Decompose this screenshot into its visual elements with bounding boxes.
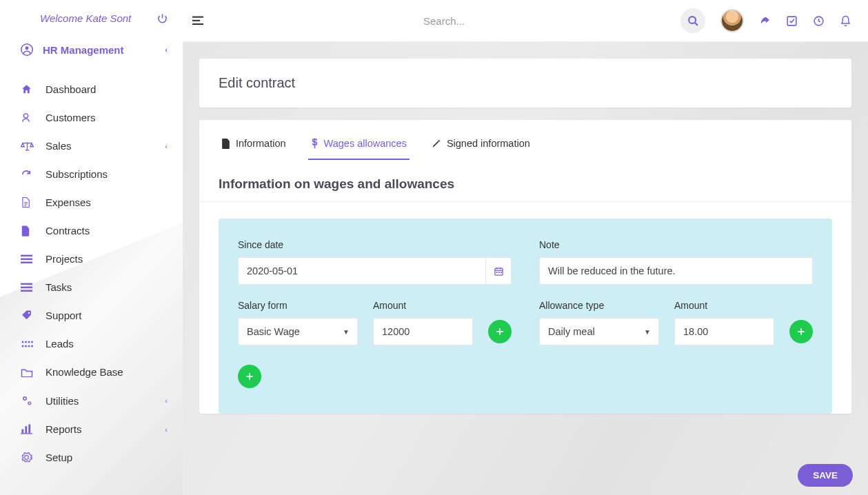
sidebar: Welcome Kate Sont HR Management ‹ Dashbo… bbox=[0, 0, 183, 495]
calendar-icon[interactable] bbox=[485, 257, 512, 285]
sidebar-item-label: Setup bbox=[46, 452, 72, 463]
chevron-left-icon: ‹ bbox=[165, 46, 168, 54]
dollar-icon bbox=[311, 138, 319, 149]
search-button[interactable] bbox=[680, 8, 705, 33]
file-icon bbox=[21, 225, 34, 236]
svg-rect-12 bbox=[21, 283, 32, 284]
page-title: Edit contract bbox=[199, 59, 851, 108]
salary-form-select[interactable] bbox=[238, 318, 358, 345]
svg-point-21 bbox=[25, 345, 27, 347]
tab-label: Signed information bbox=[447, 138, 530, 149]
menu-toggle-icon[interactable] bbox=[188, 12, 208, 30]
search-input[interactable] bbox=[341, 15, 547, 27]
main-content: Edit contract Information Wages allowanc… bbox=[183, 42, 868, 495]
scale-icon bbox=[21, 141, 34, 152]
add-row-button[interactable] bbox=[238, 365, 261, 388]
sidebar-item-label: Contracts bbox=[46, 225, 90, 236]
chevron-left-icon: ‹ bbox=[165, 425, 168, 434]
home-icon bbox=[21, 83, 34, 95]
allowance-type-select[interactable] bbox=[539, 318, 659, 345]
sidebar-item-expenses[interactable]: Expenses bbox=[0, 188, 183, 216]
svg-rect-27 bbox=[25, 426, 27, 433]
svg-rect-31 bbox=[192, 20, 200, 21]
bars-icon bbox=[21, 254, 34, 264]
svg-point-19 bbox=[31, 341, 33, 343]
svg-rect-41 bbox=[496, 272, 497, 273]
add-salary-button[interactable] bbox=[488, 320, 512, 343]
sidebar-item-subscriptions[interactable]: Subscriptions bbox=[0, 160, 183, 188]
avatar[interactable] bbox=[720, 9, 744, 32]
tab-wages-allowances[interactable]: Wages allowances bbox=[308, 132, 410, 160]
tab-information[interactable]: Information bbox=[219, 132, 289, 160]
note-input[interactable] bbox=[539, 257, 813, 285]
gears-icon bbox=[21, 394, 34, 407]
sidebar-item-label: Support bbox=[46, 310, 82, 321]
gear-icon bbox=[21, 452, 34, 463]
sidebar-item-leads[interactable]: Leads bbox=[0, 330, 183, 358]
sidebar-item-label: Projects bbox=[46, 253, 83, 265]
salary-amount-input[interactable] bbox=[373, 318, 473, 345]
svg-rect-13 bbox=[21, 286, 32, 287]
wages-panel: Since date Note Salary form bbox=[219, 219, 832, 414]
svg-point-1 bbox=[26, 46, 29, 50]
check-square-icon[interactable] bbox=[786, 15, 798, 27]
svg-point-2 bbox=[23, 114, 28, 118]
tab-label: Wages allowances bbox=[324, 138, 407, 149]
sidebar-item-label: Customers bbox=[46, 112, 96, 123]
since-date-input[interactable] bbox=[238, 257, 485, 285]
dots-icon bbox=[21, 340, 34, 348]
svg-rect-30 bbox=[192, 17, 203, 18]
svg-point-18 bbox=[28, 341, 30, 343]
bell-icon[interactable] bbox=[840, 15, 851, 27]
svg-rect-10 bbox=[21, 258, 32, 259]
allowance-type-label: Allowance type bbox=[539, 300, 659, 311]
sidebar-section-hr[interactable]: HR Management ‹ bbox=[0, 37, 183, 63]
sidebar-item-sales[interactable]: Sales‹ bbox=[0, 132, 183, 160]
sidebar-item-customers[interactable]: Customers bbox=[0, 103, 183, 132]
sidebar-item-tasks[interactable]: Tasks bbox=[0, 273, 183, 301]
power-icon[interactable] bbox=[157, 13, 168, 23]
chevron-left-icon: ‹ bbox=[165, 142, 168, 150]
doc-icon bbox=[21, 196, 34, 208]
title-card: Edit contract bbox=[199, 59, 851, 108]
svg-line-34 bbox=[694, 22, 697, 25]
sidebar-item-contracts[interactable]: Contracts bbox=[0, 216, 183, 245]
since-date-label: Since date bbox=[238, 239, 512, 250]
sidebar-item-setup[interactable]: Setup bbox=[0, 443, 183, 472]
svg-point-20 bbox=[22, 345, 24, 347]
sidebar-item-utilities[interactable]: Utilities‹ bbox=[0, 386, 183, 415]
svg-rect-43 bbox=[501, 272, 502, 273]
svg-point-16 bbox=[22, 341, 24, 343]
allowance-amount-input[interactable] bbox=[674, 318, 774, 345]
salary-amount-label: Amount bbox=[373, 300, 473, 311]
user-circle-icon bbox=[21, 43, 33, 56]
allowance-amount-label: Amount bbox=[674, 300, 774, 311]
add-allowance-button[interactable] bbox=[789, 320, 813, 343]
welcome-text: Welcome Kate Sont bbox=[40, 12, 131, 24]
svg-rect-35 bbox=[787, 17, 796, 26]
svg-rect-9 bbox=[21, 254, 32, 256]
user-icon bbox=[21, 112, 34, 123]
sidebar-section-label: HR Management bbox=[43, 44, 124, 56]
svg-point-22 bbox=[28, 345, 30, 347]
sidebar-item-dashboard[interactable]: Dashboard bbox=[0, 75, 183, 103]
tab-signed-information[interactable]: Signed information bbox=[429, 132, 533, 160]
sidebar-item-label: Utilities bbox=[46, 395, 79, 407]
file-icon bbox=[221, 139, 230, 149]
sidebar-item-reports[interactable]: Reports‹ bbox=[0, 415, 183, 443]
sidebar-item-label: Reports bbox=[46, 423, 82, 435]
sidebar-item-support[interactable]: Support bbox=[0, 301, 183, 330]
pencil-icon bbox=[432, 139, 441, 148]
tag-icon bbox=[21, 310, 34, 321]
sidebar-item-label: Sales bbox=[46, 140, 72, 152]
share-icon[interactable] bbox=[759, 15, 771, 27]
note-label: Note bbox=[539, 239, 813, 250]
sidebar-item-projects[interactable]: Projects bbox=[0, 245, 183, 273]
clock-icon[interactable] bbox=[813, 15, 825, 27]
svg-rect-26 bbox=[21, 430, 23, 434]
chevron-left-icon: ‹ bbox=[165, 396, 168, 405]
save-button[interactable]: SAVE bbox=[798, 464, 853, 487]
sidebar-item-knowledge-base[interactable]: Knowledge Base bbox=[0, 358, 183, 386]
svg-point-17 bbox=[25, 341, 27, 343]
tabs: Information Wages allowances Signed info… bbox=[199, 120, 851, 160]
